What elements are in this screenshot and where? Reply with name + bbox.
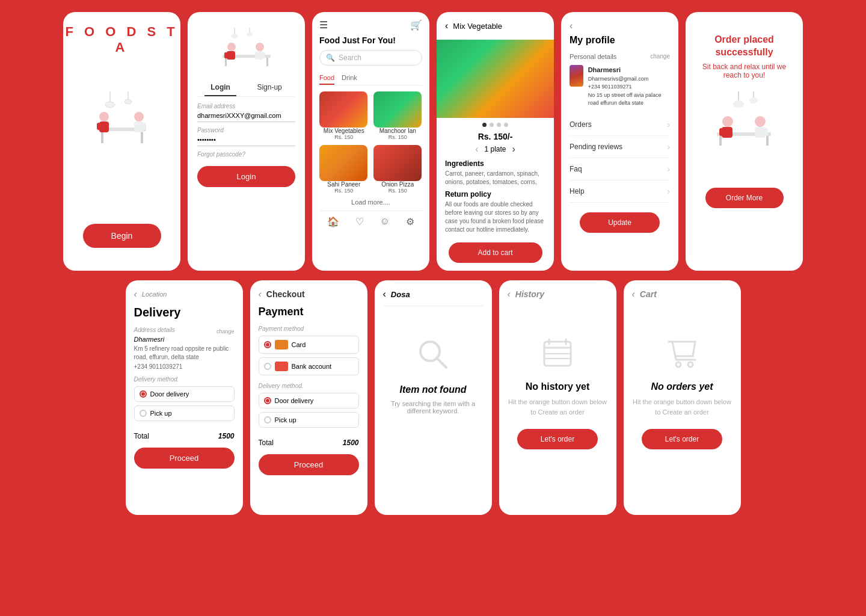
menu-pending-reviews[interactable]: Pending reviews › — [570, 136, 670, 158]
qty-prev-icon[interactable]: ‹ — [475, 144, 478, 155]
nav-settings-icon[interactable]: ⚙ — [406, 216, 414, 227]
card-payment-option[interactable]: Card — [259, 336, 359, 354]
proceed-button[interactable]: Proceed — [134, 448, 235, 469]
svg-rect-35 — [719, 128, 723, 136]
success-title: Order placed successfully — [695, 34, 793, 59]
food-price-3: Rs. 150 — [373, 188, 423, 194]
nav-favorites-icon[interactable]: ♡ — [355, 216, 364, 227]
back-button[interactable]: ‹ — [445, 20, 448, 31]
notfound-title: Item not found — [383, 384, 484, 395]
svg-point-23 — [256, 43, 264, 51]
svg-point-47 — [676, 362, 681, 367]
svg-point-14 — [231, 34, 238, 38]
card-payment-radio[interactable] — [264, 341, 271, 348]
payment-title: Payment — [259, 306, 359, 318]
bank-payment-radio[interactable] — [264, 363, 271, 370]
search-bar[interactable]: 🔍 Search — [319, 50, 422, 66]
forgot-password-link[interactable]: Forgot passcode? — [197, 151, 295, 158]
home-title: Food Just For You! — [319, 35, 422, 45]
back-button-checkout[interactable]: ‹ — [259, 289, 262, 300]
door-delivery-radio[interactable] — [140, 390, 147, 398]
address-change-link[interactable]: change — [216, 328, 235, 334]
category-tabs: Food Drink — [319, 72, 422, 85]
profile-avatar — [570, 65, 583, 87]
update-profile-button[interactable]: Update — [580, 212, 660, 233]
svg-rect-9 — [97, 123, 100, 130]
back-button-delivery[interactable]: ‹ — [134, 289, 137, 300]
svg-point-33 — [722, 116, 733, 127]
tab-drink[interactable]: Drink — [342, 72, 357, 85]
food-item-2[interactable]: Sahi Paneer Rs. 150 — [319, 145, 369, 194]
tab-food[interactable]: Food — [319, 72, 334, 85]
tab-login[interactable]: Login — [204, 79, 236, 96]
screen-item-detail: ‹ Mix Vegetable Rs. 150/- ‹ 1 plate › In… — [437, 12, 554, 271]
checkout-door-radio[interactable] — [264, 397, 271, 404]
email-label: Email address — [197, 103, 295, 109]
profile-change-link[interactable]: change — [650, 53, 670, 60]
lets-order-button-history[interactable]: Let's order — [517, 429, 598, 449]
faq-chevron-icon: › — [667, 164, 670, 174]
search-input[interactable] — [391, 290, 492, 299]
svg-point-16 — [247, 32, 253, 36]
food-item-0[interactable]: Mix Vegetables Rs. 150 — [319, 91, 369, 140]
home-header: ☰ 🛒 — [319, 19, 422, 31]
tab-signup[interactable]: Sign-up — [251, 79, 287, 96]
svg-rect-31 — [719, 136, 722, 146]
search-icon: 🔍 — [326, 54, 335, 62]
password-input[interactable] — [197, 134, 295, 146]
begin-button[interactable]: Begin — [83, 224, 161, 248]
checkout-door-option[interactable]: Door delivery — [259, 393, 359, 408]
delivery-method-label: Delivery method. — [134, 376, 235, 383]
door-delivery-option[interactable]: Door delivery — [134, 386, 235, 402]
qty-next-icon[interactable]: › — [512, 144, 515, 155]
menu-help[interactable]: Help › — [570, 180, 670, 203]
checkout-delivery-group: Door delivery Pick up — [259, 393, 359, 428]
back-button-history[interactable]: ‹ — [508, 289, 511, 300]
pickup-radio[interactable] — [140, 410, 147, 417]
food-image-0 — [319, 91, 367, 128]
delivery-total-row: Total 1500 — [134, 428, 235, 440]
menu-icon[interactable]: ☰ — [319, 19, 328, 31]
checkout-proceed-button[interactable]: Proceed — [259, 454, 359, 475]
dot-3 — [497, 123, 501, 127]
checkout-pickup-radio[interactable] — [264, 416, 271, 424]
menu-orders[interactable]: Orders › — [570, 114, 670, 136]
screen-delivery: ‹ Location Delivery Address details chan… — [126, 280, 243, 515]
food-item-3[interactable]: Onion Pizza Rs. 150 — [373, 145, 423, 194]
nav-home-icon[interactable]: 🏠 — [327, 216, 339, 227]
food-item-1[interactable]: Manchoor Ian Rs. 150 — [373, 91, 423, 140]
menu-faq[interactable]: Faq › — [570, 158, 670, 180]
checkout-pickup-option[interactable]: Pick up — [259, 412, 359, 428]
success-subtitle: Sit back and relax until we reach to you… — [695, 63, 793, 79]
bank-payment-option[interactable]: Bank account — [259, 357, 359, 375]
svg-rect-8 — [99, 122, 109, 132]
back-button-cart[interactable]: ‹ — [632, 289, 635, 300]
svg-rect-6 — [141, 131, 143, 143]
help-label: Help — [570, 187, 585, 196]
nav-profile-icon[interactable]: ☺ — [380, 216, 390, 227]
add-to-cart-button[interactable]: Add to cart — [449, 242, 542, 263]
svg-rect-19 — [266, 58, 268, 66]
back-button-notfound[interactable]: ‹ — [383, 289, 386, 300]
svg-rect-21 — [227, 51, 235, 60]
pickup-option[interactable]: Pick up — [134, 405, 235, 421]
card-label: Card — [292, 341, 306, 348]
svg-rect-32 — [766, 136, 769, 146]
dot-2 — [490, 123, 494, 127]
svg-point-20 — [227, 43, 236, 51]
bank-label: Bank account — [292, 363, 332, 370]
checkout-back-label: Checkout — [266, 289, 305, 299]
food-price-0: Rs. 150 — [319, 134, 369, 140]
load-more-link[interactable]: Load more.... — [319, 199, 422, 206]
payment-method-label: Payment method — [259, 325, 359, 332]
login-button[interactable]: Login — [197, 166, 295, 187]
lets-order-button-cart[interactable]: Let's order — [642, 429, 722, 449]
screen-history: ‹ History No history yet Hit the orange … — [499, 280, 616, 515]
svg-point-7 — [99, 112, 109, 122]
svg-point-27 — [733, 100, 744, 108]
cart-icon[interactable]: 🛒 — [410, 19, 422, 31]
order-more-button[interactable]: Order More — [705, 188, 784, 208]
food-name-0: Mix Vegetables — [319, 128, 369, 134]
email-input[interactable] — [197, 109, 295, 122]
svg-line-40 — [437, 358, 446, 368]
